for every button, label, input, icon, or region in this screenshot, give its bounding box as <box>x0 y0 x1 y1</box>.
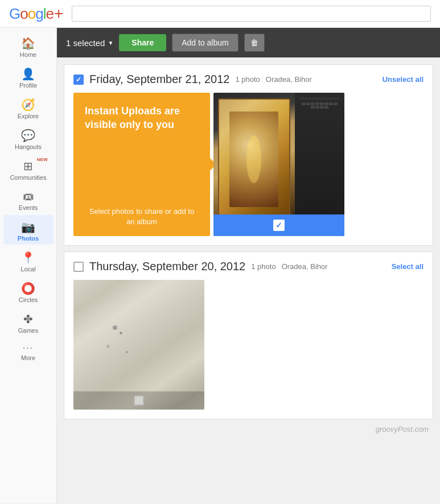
section2-location: Oradea, Bihor <box>282 262 328 271</box>
sidebar-label-hangouts: Hangouts <box>15 143 42 150</box>
sidebar-label-circles: Circles <box>19 296 38 303</box>
sidebar-label-explore: Explore <box>18 113 39 119</box>
events-icon: 🎟 <box>23 190 34 203</box>
sidebar-item-explore[interactable]: 🧭 Explore <box>3 93 54 122</box>
dropdown-arrow-icon: ▼ <box>108 40 113 46</box>
sidebar-item-circles[interactable]: ⭕ Circles <box>3 276 54 306</box>
photo1-check-bar[interactable]: ✓ <box>213 214 344 236</box>
home-icon: 🏠 <box>21 36 35 50</box>
header: Google+ <box>0 0 440 28</box>
sidebar: 🏠 Home 👤 Profile 🧭 Explore 💬 Hangouts NE… <box>0 28 57 503</box>
sidebar-label-photos: Photos <box>18 235 39 242</box>
watermark-text: groovyPost.com <box>376 425 429 433</box>
sidebar-label-events: Events <box>19 204 38 211</box>
games-icon: ✤ <box>23 312 33 326</box>
section1-action[interactable]: Unselect all <box>383 75 423 84</box>
photo-thumbnail-2[interactable] <box>73 280 204 410</box>
photo-thumbnail-1[interactable]: ✓ <box>213 93 344 236</box>
section1-checkbox-checked[interactable]: ✓ <box>73 75 84 85</box>
sidebar-item-photos[interactable]: 📷 Photos <box>3 215 54 245</box>
sidebar-label-games: Games <box>18 327 38 334</box>
instant-uploads-info-box: Instant Uploads are visible only to you … <box>73 93 210 236</box>
main-content: 1 selected ▼ Share Add to album 🗑 ✓ Frid… <box>57 28 440 503</box>
local-icon: 📍 <box>21 251 35 265</box>
trash-icon: 🗑 <box>250 38 258 47</box>
photo2-check-bar[interactable] <box>73 391 204 410</box>
sidebar-item-more[interactable]: ··· More <box>3 338 54 364</box>
section1-photo-row: Instant Uploads are visible only to you … <box>73 93 423 236</box>
selection-toolbar: 1 selected ▼ Share Add to album 🗑 <box>57 28 440 57</box>
sidebar-label-profile: Profile <box>19 82 37 89</box>
section2-photo-row <box>73 280 423 410</box>
section2-checkbox[interactable] <box>73 262 84 272</box>
section2-photo-count: 1 photo <box>251 262 275 271</box>
selected-count[interactable]: 1 selected ▼ <box>66 38 113 48</box>
delete-button[interactable]: 🗑 <box>244 34 265 52</box>
explore-icon: 🧭 <box>21 98 35 111</box>
section2-date: Thursday, September 20, 2012 <box>89 260 245 273</box>
more-icon: ··· <box>23 343 34 353</box>
hangouts-icon: 💬 <box>21 129 35 142</box>
section1-header: ✓ Friday, September 21, 2012 1 photo Ora… <box>73 73 423 86</box>
section2-action[interactable]: Select all <box>392 262 423 271</box>
section1-photo-count: 1 photo <box>235 75 260 84</box>
sidebar-label-home: Home <box>20 51 36 58</box>
info-title: Instant Uploads are visible only to you <box>85 104 199 132</box>
info-subtitle: Select photos to share or add to an albu… <box>85 206 199 227</box>
profile-icon: 👤 <box>21 67 35 81</box>
search-input[interactable] <box>72 6 431 22</box>
section1-date: Friday, September 21, 2012 <box>89 73 229 86</box>
sidebar-item-communities[interactable]: NEW ⊞ Communities <box>3 154 54 184</box>
sidebar-item-hangouts[interactable]: 💬 Hangouts <box>3 123 54 153</box>
communities-icon: ⊞ <box>23 159 33 173</box>
sidebar-item-home[interactable]: 🏠 Home <box>3 31 54 61</box>
selected-count-text: 1 selected <box>66 38 105 48</box>
share-button[interactable]: Share <box>119 34 166 51</box>
watermark: groovyPost.com <box>57 419 440 437</box>
sidebar-item-games[interactable]: ✤ Games <box>3 307 54 337</box>
circles-icon: ⭕ <box>21 282 35 295</box>
new-badge: NEW <box>37 157 48 162</box>
sidebar-item-profile[interactable]: 👤 Profile <box>3 62 54 92</box>
sidebar-item-events[interactable]: 🎟 Events <box>3 185 54 214</box>
section1-location: Oradea, Bihor <box>266 75 312 84</box>
sidebar-label-more: More <box>21 354 35 361</box>
sidebar-item-local[interactable]: 📍 Local <box>3 246 54 275</box>
section2-header: Thursday, September 20, 2012 1 photo Ora… <box>73 260 423 273</box>
add-to-album-button[interactable]: Add to album <box>172 34 238 52</box>
photos-icon: 📷 <box>21 220 35 234</box>
photo-section-2: Thursday, September 20, 2012 1 photo Ora… <box>64 251 433 419</box>
google-plus-logo: Google+ <box>9 5 63 23</box>
sidebar-label-communities: Communities <box>10 174 46 181</box>
sidebar-label-local: Local <box>20 266 35 272</box>
photo-section-1: ✓ Friday, September 21, 2012 1 photo Ora… <box>64 64 433 246</box>
